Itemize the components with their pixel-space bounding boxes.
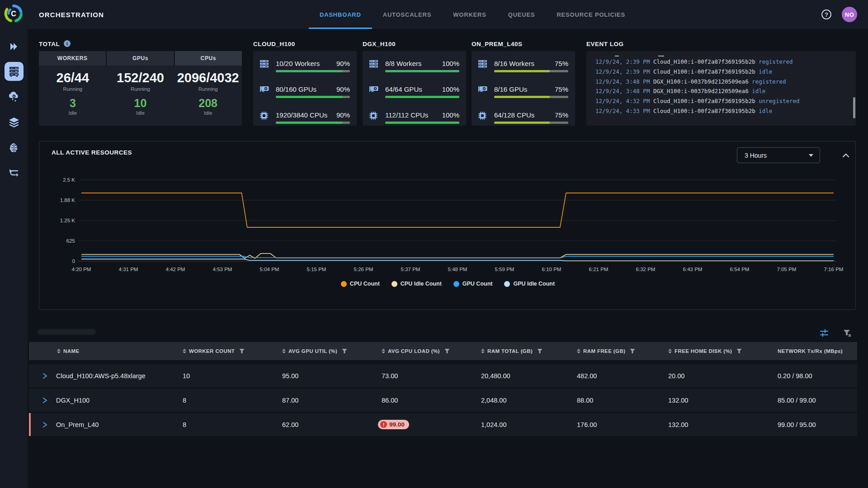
event-log-lines: 12/9/24, 2:39 PM Cloud_H100:i-00f2a87f36… <box>595 57 847 124</box>
usage-bar <box>385 96 459 98</box>
svg-text:C: C <box>11 10 16 18</box>
sort-icon[interactable] <box>668 349 672 353</box>
legend-item[interactable]: CPU Count <box>341 281 380 287</box>
svg-text:5:48 PM: 5:48 PM <box>448 267 467 272</box>
svg-text:7:05 PM: 7:05 PM <box>777 267 797 272</box>
filter-icon[interactable] <box>630 348 635 354</box>
svg-text:4:42 PM: 4:42 PM <box>166 267 185 272</box>
sidebar-item-models[interactable] <box>5 138 24 157</box>
sidebar-item-workers-queues[interactable] <box>5 62 24 81</box>
svg-text:1.88 K: 1.88 K <box>60 197 75 203</box>
avatar[interactable]: NO <box>842 7 857 22</box>
cell-name: DGX_H100 <box>56 389 90 412</box>
workers-icon <box>369 60 378 70</box>
svg-text:5:04 PM: 5:04 PM <box>260 267 279 272</box>
column-header-free-home-disk-[interactable]: FREE HOME DISK (%) <box>668 342 742 360</box>
filter-icon[interactable] <box>736 348 742 354</box>
tab-dashboard[interactable]: DASHBOARD <box>309 0 372 29</box>
pool-card-on_prem_l40s: 8/16 Workers 75% 8/16 GPUs 75% 64/128 CP… <box>472 51 575 126</box>
svg-text:1.25 K: 1.25 K <box>60 218 75 223</box>
filter-icon[interactable] <box>444 348 450 354</box>
table-row-on_prem_l40[interactable]: On_Prem_L40862.00!99.001,024.00176.00132… <box>29 413 857 436</box>
pool-title: ON_PREM_L40S <box>472 41 523 47</box>
pool-title: CLOUD_H100 <box>253 41 295 47</box>
sort-icon[interactable] <box>481 349 485 353</box>
column-header-avg-gpu-util-[interactable]: AVG GPU UTIL (%) <box>282 342 347 360</box>
gpu-icon <box>369 86 378 94</box>
column-header-network-tx-rx-mbps-[interactable]: NETWORK Tx/Rx (MBps) <box>778 342 843 360</box>
clipped-log-line <box>615 56 619 56</box>
svg-text:6:32 PM: 6:32 PM <box>636 267 656 272</box>
cell-ram_free: 482.00 <box>577 364 597 387</box>
sort-icon[interactable] <box>282 349 286 353</box>
alert-icon: ! <box>380 421 387 428</box>
usage-bar <box>385 70 459 72</box>
svg-text:4:31 PM: 4:31 PM <box>119 267 138 272</box>
expand-row-icon[interactable] <box>42 364 48 387</box>
table-row-cloud_h100:aws-p5.48xlarge[interactable]: Cloud_H100:AWS-p5.48xlarge1095.0073.0020… <box>29 364 857 387</box>
cpu-icon <box>478 112 486 122</box>
event-log-entry: 12/9/24, 2:39 PM Cloud_H100:i-00f2a87f36… <box>595 67 847 77</box>
column-header-ram-total-gb-[interactable]: RAM TOTAL (GB) <box>481 342 542 360</box>
svg-text:5:15 PM: 5:15 PM <box>307 267 326 272</box>
filter-icon[interactable] <box>537 348 542 354</box>
legend-item[interactable]: CPU Idle Count <box>392 281 442 287</box>
cell-name: Cloud_H100:AWS-p5.48xlarge <box>56 364 146 387</box>
sort-icon[interactable] <box>183 349 186 353</box>
pool-metric-row: 64/128 CPUs 75% <box>478 111 568 130</box>
tab-resource-policies[interactable]: RESOURCE POLICIES <box>546 0 636 29</box>
usage-bar <box>276 122 350 124</box>
clearml-logo[interactable]: C <box>3 3 24 26</box>
tab-queues[interactable]: QUEUES <box>497 0 546 29</box>
total-tab-workers[interactable]: WORKERS <box>39 51 106 66</box>
autoscalers-icon <box>8 91 20 103</box>
expand-row-icon[interactable] <box>42 413 48 436</box>
legend-item[interactable]: GPU Count <box>453 281 493 287</box>
help-icon[interactable]: ? <box>821 9 831 19</box>
sort-icon[interactable] <box>382 349 385 353</box>
info-icon[interactable]: i <box>64 40 71 47</box>
column-header-ram-free-gb-[interactable]: RAM FREE (GB) <box>577 342 635 360</box>
column-settings-icon[interactable] <box>819 328 829 340</box>
column-header-avg-cpu-load-[interactable]: AVG CPU LOAD (%) <box>382 342 450 360</box>
pool-metric-row: 64/64 GPUs 100% <box>369 85 459 104</box>
event-log-scrollbar[interactable] <box>853 97 855 118</box>
sidebar-item-pipelines[interactable] <box>5 164 24 183</box>
usage-bar <box>276 96 350 98</box>
filter-icon[interactable] <box>342 348 347 354</box>
total-tab-cpus[interactable]: CPUs <box>175 51 242 66</box>
cell-avg_cpu_load: 86.00 <box>382 389 398 412</box>
event-log-entry: 12/9/24, 3:48 PM DGX_H100:i-0037b9d21205… <box>595 77 847 87</box>
filter-icon[interactable] <box>239 348 245 354</box>
cell-ram_total: 1,024.00 <box>481 413 506 436</box>
workers-icon <box>260 60 269 70</box>
legend-item[interactable]: GPU Idle Count <box>504 281 555 287</box>
tab-workers[interactable]: WORKERS <box>442 0 497 29</box>
sidebar-item-projects[interactable] <box>5 37 24 56</box>
svg-text:6:10 PM: 6:10 PM <box>542 267 561 272</box>
topbar: ORCHESTRATION DASHBOARDAUTOSCALERSWORKER… <box>28 0 868 29</box>
sort-icon[interactable] <box>57 349 61 353</box>
workers-icon <box>478 60 487 70</box>
total-tab-gpus[interactable]: GPUs <box>107 51 174 66</box>
gpu-icon <box>478 86 487 94</box>
column-header-name[interactable]: NAME <box>57 342 79 360</box>
tab-autoscalers[interactable]: AUTOSCALERS <box>372 0 443 29</box>
cell-avg_cpu_load: 73.00 <box>382 364 398 387</box>
expand-row-icon[interactable] <box>42 389 48 412</box>
column-header-worker-count[interactable]: WORKER COUNT <box>183 342 245 360</box>
pool-metric-row: 8/16 GPUs 75% <box>478 85 568 104</box>
table-row-dgx_h100[interactable]: DGX_H100887.0086.002,048.0088.00132.0085… <box>29 389 857 412</box>
gpus-running-count: 152/240 <box>117 70 164 85</box>
sidebar-item-datasets[interactable] <box>5 113 24 132</box>
clear-filters-icon[interactable] <box>843 328 852 339</box>
sort-icon[interactable] <box>577 349 580 353</box>
cell-free_home_disk: 132.00 <box>668 413 688 436</box>
sidebar-item-autoscalers[interactable] <box>5 87 24 106</box>
total-label: TOTAL <box>39 41 60 47</box>
event-log-entry: 12/9/24, 3:48 PM DGX_H100:i-0037b9d21205… <box>595 86 847 96</box>
cell-avg_gpu_util: 87.00 <box>282 389 298 412</box>
cpu-load-alert-badge: !99.00 <box>378 420 409 429</box>
gpu-icon <box>260 86 269 94</box>
pool-metric-row: 1920/3840 CPUs 90% <box>260 111 350 130</box>
